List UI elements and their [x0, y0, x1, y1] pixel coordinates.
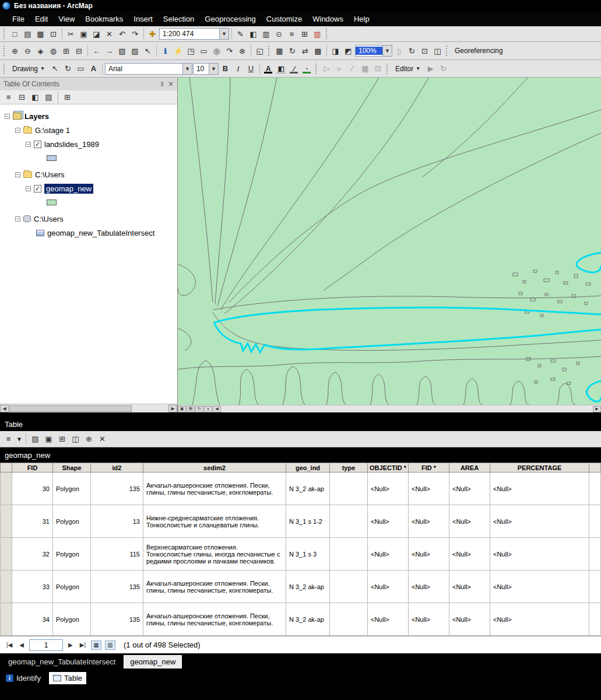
collapse-icon[interactable]: − [15, 172, 20, 177]
table-window-title[interactable]: Table [0, 417, 601, 431]
layer-visibility-checkbox[interactable]: ✓ [34, 185, 41, 192]
menu-windows[interactable]: Windows [307, 12, 349, 26]
cell-sedim2[interactable]: Акчагыл-апшеронские отложения. Пески, гл… [143, 473, 286, 505]
table-window-button[interactable]: Table [49, 672, 86, 684]
copy-icon[interactable]: ▣ [78, 28, 90, 40]
cell-id2[interactable]: 135 [91, 603, 143, 636]
cell-type[interactable] [330, 505, 368, 538]
menu-selection[interactable]: Selection [158, 12, 199, 26]
cell-fid[interactable]: 30 [12, 473, 53, 505]
cell-objectid[interactable]: <Null> [368, 505, 409, 538]
toc-item-group-users1[interactable]: − C:\Users [0, 167, 177, 181]
row-selector[interactable] [1, 473, 12, 505]
cell-id2[interactable]: 13 [91, 505, 143, 538]
identify-button[interactable]: ℹ [159, 45, 171, 57]
cell-fid-star[interactable]: <Null> [409, 538, 449, 570]
toolbar-grip[interactable] [315, 64, 318, 74]
cell-shape[interactable]: Polygon [53, 538, 91, 570]
pause-drawing-button[interactable]: ▯ [393, 45, 405, 57]
cell-type[interactable] [330, 538, 368, 570]
cell-fid-star[interactable]: <Null> [409, 570, 449, 603]
cell-type[interactable] [330, 603, 368, 636]
column-header-type[interactable]: type [330, 463, 368, 473]
redo-button[interactable]: ↷ [129, 28, 141, 40]
toc-item-tabulate-intersect[interactable]: geomap_new_TabulateIntersect [0, 226, 177, 240]
marker-color-button[interactable]: ∙ [301, 63, 313, 75]
text-tool-button[interactable]: A [87, 63, 100, 75]
show-all-records-button[interactable]: ▦ [91, 640, 101, 650]
shift-raster-button[interactable]: ⇄ [299, 45, 311, 57]
scrollbar-thumb[interactable] [9, 405, 132, 412]
cell-sedim2[interactable]: Нижне-среднесарматские отложения. Тонкос… [143, 505, 286, 538]
cell-shape[interactable]: Polygon [53, 570, 91, 603]
find-route-button[interactable]: ↷ [223, 45, 236, 57]
show-selected-records-button[interactable]: ▥ [105, 640, 115, 650]
cell-shape[interactable]: Polygon [53, 505, 91, 538]
open-document-button[interactable]: ▤ [22, 28, 34, 40]
line-color-button[interactable]: ∕ [288, 63, 300, 75]
shape-tool-button[interactable]: ▭ [75, 63, 87, 75]
map-horizontal-scrollbar[interactable]: ▣ ▤ ↻ ‖ ◀ ▶ [178, 405, 601, 412]
font-color-button[interactable]: A [262, 63, 275, 75]
add-data-button[interactable]: ✚ [146, 28, 159, 40]
viewer-window-button[interactable]: ◱ [254, 45, 266, 57]
underline-button[interactable]: U [245, 63, 257, 75]
cell-fid[interactable]: 31 [12, 505, 53, 538]
toc-options-button[interactable]: ⊞ [61, 92, 73, 103]
cell-percentage[interactable]: <Null> [490, 570, 589, 603]
collapse-icon[interactable]: − [26, 186, 31, 191]
cell-id2[interactable]: 135 [91, 473, 143, 505]
current-record-input[interactable]: 1 [29, 639, 63, 651]
toc-item-group-users2[interactable]: − C:\Users [0, 212, 177, 226]
pin-icon[interactable]: ⊼ [160, 81, 164, 88]
refresh-view-button[interactable]: ↻ [195, 406, 203, 412]
list-by-visibility-button[interactable]: ◧ [29, 92, 41, 103]
chevron-down-icon[interactable]: ▼ [209, 64, 218, 74]
collapse-icon[interactable]: − [5, 114, 10, 119]
chevron-down-icon[interactable]: ▼ [219, 29, 229, 39]
toc-symbol-landslides[interactable] [0, 151, 177, 165]
cell-shape[interactable]: Polygon [53, 603, 91, 636]
modelbuilder-button[interactable]: ⊞ [298, 28, 311, 40]
tab-geomap-new[interactable]: geomap_new [124, 655, 182, 668]
magnifier-window-button[interactable]: ◫ [431, 45, 444, 57]
cell-area[interactable]: <Null> [449, 538, 490, 570]
map-scale-combo[interactable]: 1:200 474 ▼ [159, 28, 229, 40]
toolbar-grip[interactable] [3, 64, 6, 74]
chevron-down-icon[interactable]: ▾ [16, 433, 23, 445]
selected-layer-label[interactable]: geomap_new [44, 184, 93, 194]
toolbar-grip[interactable] [3, 29, 6, 39]
edit-annotation-button[interactable]: ↻ [437, 63, 449, 75]
column-header-percentage[interactable]: PERCENTAGE [490, 463, 589, 473]
menu-customize[interactable]: Customize [261, 12, 307, 26]
zoom-in-button[interactable]: ⊕ [9, 45, 21, 57]
toc-item-landslides-1989[interactable]: − ✓ landslides_1989 [0, 137, 177, 151]
cell-objectid[interactable]: <Null> [368, 603, 409, 636]
switch-selection-button[interactable]: ⊞ [56, 433, 68, 445]
cell-id2[interactable]: 135 [91, 570, 143, 603]
scroll-right-icon[interactable]: ▶ [168, 405, 177, 412]
related-tables-button[interactable]: ▤ [29, 433, 41, 445]
collapse-icon[interactable]: − [26, 142, 31, 147]
row-selector[interactable] [1, 603, 12, 636]
cell-fid[interactable]: 32 [12, 538, 53, 570]
cell-area[interactable]: <Null> [449, 603, 490, 636]
delete-icon[interactable]: ✕ [103, 28, 115, 40]
hyperlink-button[interactable]: ⚡ [172, 45, 184, 57]
cell-area[interactable]: <Null> [449, 505, 490, 538]
layer-visibility-checkbox[interactable]: ✓ [34, 141, 41, 148]
cell-fid-star[interactable]: <Null> [409, 505, 449, 538]
column-header-fid[interactable]: FID [12, 463, 53, 473]
editor-toolbar-button[interactable]: ✎ [234, 28, 247, 40]
measure-button[interactable]: ▭ [198, 45, 210, 57]
scroll-left-icon[interactable]: ◀ [213, 406, 221, 412]
go-to-xy-button[interactable]: ⊗ [236, 45, 248, 57]
menu-insert[interactable]: Insert [128, 12, 158, 26]
table-row[interactable]: 32Polygon115Верхнесарматские отложения. … [1, 538, 601, 570]
chevron-down-icon[interactable]: ▼ [382, 46, 392, 56]
identify-window-button[interactable]: i Identify [2, 673, 44, 684]
delete-selected-button[interactable]: ✕ [96, 433, 108, 445]
back-extent-button[interactable]: ← [90, 45, 103, 57]
column-header-objectid[interactable]: OBJECTID * [368, 463, 409, 473]
cell-sedim2[interactable]: Акчагыл-апшеронские отложения. Пески, гл… [143, 603, 286, 636]
